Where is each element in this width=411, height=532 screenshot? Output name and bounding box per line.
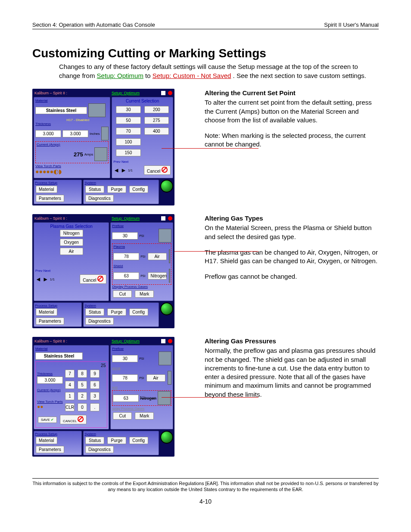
- body-text: Note: When marking is the selected proce…: [205, 131, 379, 149]
- material-tab[interactable]: Material: [36, 186, 57, 193]
- keypad-clear-button[interactable]: CLR: [65, 403, 75, 411]
- cancel-button[interactable]: Cancel: [144, 165, 171, 175]
- amp-option-button[interactable]: 150: [116, 149, 140, 156]
- section-heading-current: Altering the Current Set Point: [205, 89, 379, 97]
- cancel-icon: [162, 167, 168, 173]
- header-left: Section 4: Operation with Automatic Gas …: [32, 22, 155, 28]
- keypad-button[interactable]: 3: [90, 392, 100, 400]
- shield-gas-button[interactable]: Nitrogen: [148, 272, 167, 280]
- cancel-button[interactable]: Cancel: [80, 274, 106, 284]
- cancel-button[interactable]: CANCEL: [60, 415, 87, 424]
- header-right: Spirit II User's Manual: [324, 22, 379, 28]
- page-number: 4-10: [32, 498, 379, 505]
- mark-button[interactable]: Mark: [135, 290, 154, 298]
- link-setup-optimum: Setup: Optimum: [97, 72, 143, 79]
- cut-button[interactable]: Cut: [113, 290, 132, 298]
- diagnostics-tab[interactable]: Diagnostics: [85, 195, 114, 202]
- amp-option-button[interactable]: 100: [116, 138, 140, 146]
- gas-option-button[interactable]: Oxygen: [60, 239, 83, 246]
- body-text: Preflow gas cannot be changed.: [205, 272, 379, 281]
- keypad-button[interactable]: 7: [65, 370, 75, 378]
- keypad-button[interactable]: 4: [65, 381, 75, 389]
- screenshot-gas-pressure: Kaliburn – Spirit II : Setup: Optimum Ma…: [32, 337, 174, 457]
- gas-image: [159, 229, 171, 243]
- keypad-button[interactable]: 9: [90, 370, 100, 378]
- keypad-button[interactable]: 6: [90, 381, 100, 389]
- amp-option-button[interactable]: 70: [116, 128, 140, 135]
- keypad-button[interactable]: 5: [78, 381, 87, 389]
- amp-option-button[interactable]: 400: [144, 128, 169, 135]
- material-image: [88, 103, 106, 117]
- keypad-button[interactable]: 8: [78, 370, 87, 378]
- section-heading-gas-pressures: Altering Gas Pressures: [205, 337, 379, 345]
- link-setup-custom: Setup: Custom - Not Saved: [153, 72, 231, 79]
- gas-option-button[interactable]: Nitrogen: [60, 230, 83, 237]
- body-text: The plasma gas can be changed to Air, Ox…: [205, 248, 379, 266]
- plasma-gas-button[interactable]: Air: [148, 253, 167, 260]
- body-text: Normally, the preflow gas and plasma gas…: [205, 346, 379, 399]
- screenshot-gas-selection: Kaliburn – Spirit II : Setup: Optimum Pl…: [32, 214, 174, 328]
- prev-icon[interactable]: ◄: [113, 167, 119, 174]
- keypad-button[interactable]: .: [90, 403, 100, 411]
- save-button[interactable]: SAVE ✔: [38, 417, 57, 423]
- keypad-button[interactable]: 1: [65, 392, 75, 400]
- amp-option-button[interactable]: 275: [144, 117, 169, 124]
- intro-paragraph: Changes to any of these factory default …: [59, 62, 379, 80]
- current-image: [94, 147, 107, 161]
- export-notice: This information is subject to the contr…: [32, 478, 379, 493]
- thickness-image: [101, 127, 109, 140]
- body-text: To alter the current set point from the …: [205, 98, 379, 124]
- alert-icon: [168, 91, 172, 95]
- status-lamp-icon: [160, 180, 173, 193]
- purge-tab[interactable]: Purge: [107, 186, 126, 193]
- section-heading-gas-types: Altering Gas Types: [205, 214, 379, 223]
- status-tab[interactable]: Status: [85, 186, 104, 193]
- page-title: Customizing Cutting or Marking Settings: [32, 47, 379, 60]
- amp-option-button[interactable]: 200: [144, 106, 169, 113]
- amp-option-button[interactable]: 50: [116, 117, 140, 124]
- status-icon: [161, 91, 165, 95]
- screenshot-current-selection: Kaliburn – Spirit II : Setup: Optimum Ma…: [32, 89, 174, 205]
- next-icon[interactable]: ►: [121, 167, 127, 174]
- body-text: On the Material Screen, press the Plasma…: [205, 224, 379, 241]
- keypad-button[interactable]: 2: [78, 392, 87, 400]
- parameters-tab[interactable]: Parameters: [36, 195, 64, 202]
- amp-option-button[interactable]: 30: [116, 106, 140, 113]
- gas-option-button[interactable]: Air: [60, 248, 83, 255]
- keypad-button[interactable]: 0: [78, 403, 87, 411]
- config-tab[interactable]: Config: [129, 186, 148, 193]
